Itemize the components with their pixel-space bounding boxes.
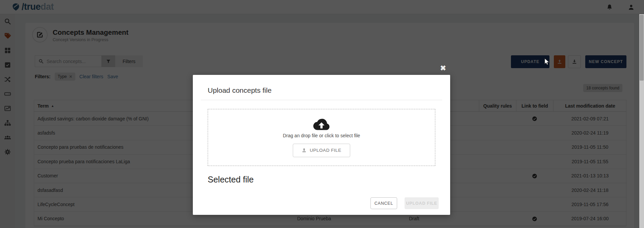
cloud-upload-icon <box>312 118 331 132</box>
mouse-cursor <box>544 58 550 66</box>
modal-divider <box>201 100 442 100</box>
dropzone-hint: Drag an drop file or click to select fil… <box>283 133 360 138</box>
submit-upload-file-button[interactable]: UPLOAD FILE <box>405 197 439 209</box>
page-scrollbar[interactable] <box>639 14 644 228</box>
upload-icon <box>302 148 307 153</box>
selected-file-heading: Selected file <box>208 175 254 184</box>
modal-footer: CANCEL UPLOAD FILE <box>370 197 439 209</box>
file-dropzone[interactable]: Drag an drop file or click to select fil… <box>208 109 435 166</box>
modal-close-icon[interactable]: ✖ <box>438 63 448 73</box>
cancel-button[interactable]: CANCEL <box>370 197 397 209</box>
modal-title: Upload concepts file <box>208 86 272 94</box>
scrollbar-thumb[interactable] <box>640 15 644 81</box>
dropzone-upload-file-button[interactable]: UPLOAD FILE <box>293 144 350 157</box>
upload-concepts-modal: Upload concepts file Drag an drop file o… <box>193 75 450 215</box>
